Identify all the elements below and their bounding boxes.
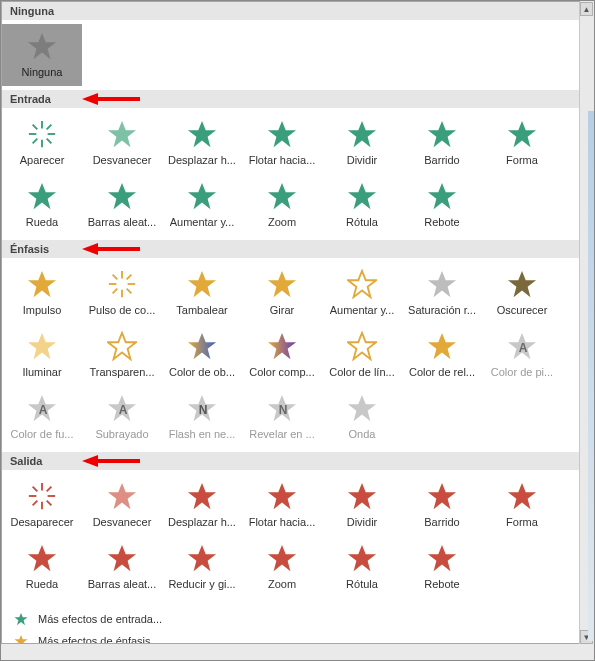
star-icon: [187, 478, 217, 514]
anim-girar[interactable]: Girar: [242, 262, 322, 324]
star-icon: [187, 116, 217, 152]
anim-desplazar-in[interactable]: Desplazar h...: [162, 112, 242, 174]
anim-aparecer[interactable]: Aparecer: [2, 112, 82, 174]
anim-label: Barras aleat...: [86, 578, 158, 590]
star-icon: [347, 390, 377, 426]
anim-rueda-out[interactable]: Rueda: [2, 536, 82, 598]
grid-emph: Impulso Pulso de co... Tambalear Girar A…: [2, 258, 579, 452]
anim-label: Dividir: [345, 516, 380, 528]
anim-impulso[interactable]: Impulso: [2, 262, 82, 324]
anim-label: Aumentar y...: [168, 216, 237, 228]
anim-label: Barrido: [422, 516, 461, 528]
anim-none[interactable]: Ninguna: [2, 24, 82, 86]
star-outline-icon: [347, 328, 377, 364]
star-icon: [187, 540, 217, 576]
anim-flash-negrita[interactable]: NFlash en ne...: [162, 386, 242, 448]
anim-desvanecer-out[interactable]: Desvanecer: [82, 474, 162, 536]
anim-oscurecer[interactable]: Oscurecer: [482, 262, 562, 324]
grid-none: Ninguna: [2, 20, 579, 90]
menu-more-emph[interactable]: Más efectos de énfasis...: [2, 630, 579, 644]
anim-color-linea[interactable]: Color de lín...: [322, 324, 402, 386]
anim-zoom-in[interactable]: Zoom: [242, 174, 322, 236]
anim-flotar-in[interactable]: Flotar hacia...: [242, 112, 322, 174]
anim-flotar-out[interactable]: Flotar hacia...: [242, 474, 322, 536]
anim-color-pincel[interactable]: AColor de pi...: [482, 324, 562, 386]
star-icon: [107, 540, 137, 576]
burst-icon: [27, 478, 57, 514]
anim-pulso-color[interactable]: Pulso de co...: [82, 262, 162, 324]
anim-color-comp[interactable]: Color comp...: [242, 324, 322, 386]
star-icon: [427, 540, 457, 576]
anim-label: Oscurecer: [495, 304, 550, 316]
star-letter-icon: A: [107, 390, 137, 426]
anim-forma-in[interactable]: Forma: [482, 112, 562, 174]
anim-color-objeto[interactable]: Color de ob...: [162, 324, 242, 386]
menu-more-entry[interactable]: Más efectos de entrada...: [2, 608, 579, 630]
star-icon: [347, 116, 377, 152]
star-icon: [427, 266, 457, 302]
anim-saturacion[interactable]: Saturación r...: [402, 262, 482, 324]
anim-barras-in[interactable]: Barras aleat...: [82, 174, 162, 236]
anim-desplazar-out[interactable]: Desplazar h...: [162, 474, 242, 536]
anim-rotula-out[interactable]: Rótula: [322, 536, 402, 598]
anim-dividir-out[interactable]: Dividir: [322, 474, 402, 536]
anim-color-relleno[interactable]: Color de rel...: [402, 324, 482, 386]
anim-label: Rueda: [24, 216, 60, 228]
anim-dividir-in[interactable]: Dividir: [322, 112, 402, 174]
anim-label: Flash en ne...: [167, 428, 238, 440]
anim-barras-out[interactable]: Barras aleat...: [82, 536, 162, 598]
star-icon: [27, 328, 57, 364]
anim-label: Rótula: [344, 578, 380, 590]
star-icon: [427, 178, 457, 214]
anim-revelar-negrita[interactable]: NRevelar en ...: [242, 386, 322, 448]
anim-label: Zoom: [266, 578, 298, 590]
anim-barrido-in[interactable]: Barrido: [402, 112, 482, 174]
anim-aumentar-in[interactable]: Aumentar y...: [162, 174, 242, 236]
svg-text:A: A: [519, 341, 528, 355]
anim-reducir-out[interactable]: Reducir y gi...: [162, 536, 242, 598]
anim-aumentar-emph[interactable]: Aumentar y...: [322, 262, 402, 324]
anim-onda[interactable]: Onda: [322, 386, 402, 448]
anim-label: Color comp...: [247, 366, 316, 378]
star-icon: [507, 116, 537, 152]
anim-label: Color de ob...: [167, 366, 237, 378]
anim-label: Rebote: [422, 216, 461, 228]
anim-zoom-out[interactable]: Zoom: [242, 536, 322, 598]
anim-desvanecer-in[interactable]: Desvanecer: [82, 112, 162, 174]
anim-label: Revelar en ...: [247, 428, 316, 440]
anim-rebote-out[interactable]: Rebote: [402, 536, 482, 598]
anim-label: Subrayado: [93, 428, 150, 440]
star-icon: [427, 116, 457, 152]
anim-rebote-in[interactable]: Rebote: [402, 174, 482, 236]
scroll-up-button[interactable]: ▲: [580, 2, 593, 16]
anim-label: Flotar hacia...: [247, 154, 318, 166]
grid-exit: Desaparecer Desvanecer Desplazar h... Fl…: [2, 470, 579, 602]
star-letter-icon: A: [507, 328, 537, 364]
anim-transparencia[interactable]: Transparen...: [82, 324, 162, 386]
anim-label: Iluminar: [20, 366, 63, 378]
anim-label: Tambalear: [174, 304, 229, 316]
annotation-arrow-emph: [82, 241, 142, 257]
anim-label: Saturación r...: [406, 304, 478, 316]
star-icon: [347, 178, 377, 214]
anim-forma-out[interactable]: Forma: [482, 474, 562, 536]
anim-rueda-in[interactable]: Rueda: [2, 174, 82, 236]
star-letter-icon: N: [267, 390, 297, 426]
anim-rotula-in[interactable]: Rótula: [322, 174, 402, 236]
anim-subrayado[interactable]: ASubrayado: [82, 386, 162, 448]
animation-gallery: Ninguna Ninguna Entrada Aparecer Desvane…: [1, 1, 580, 644]
star-outline-icon: [347, 266, 377, 302]
anim-color-fuente[interactable]: AColor de fu...: [2, 386, 82, 448]
anim-tambalear[interactable]: Tambalear: [162, 262, 242, 324]
star-icon: [27, 28, 57, 64]
anim-barrido-out[interactable]: Barrido: [402, 474, 482, 536]
anim-label: Transparen...: [87, 366, 156, 378]
section-header-none: Ninguna: [2, 2, 579, 20]
anim-desaparecer[interactable]: Desaparecer: [2, 474, 82, 536]
anim-label: Dividir: [345, 154, 380, 166]
svg-text:A: A: [119, 403, 128, 417]
section-header-emph: Énfasis: [2, 240, 579, 258]
anim-label: Desvanecer: [91, 154, 154, 166]
anim-iluminar[interactable]: Iluminar: [2, 324, 82, 386]
section-title-exit: Salida: [10, 455, 42, 467]
